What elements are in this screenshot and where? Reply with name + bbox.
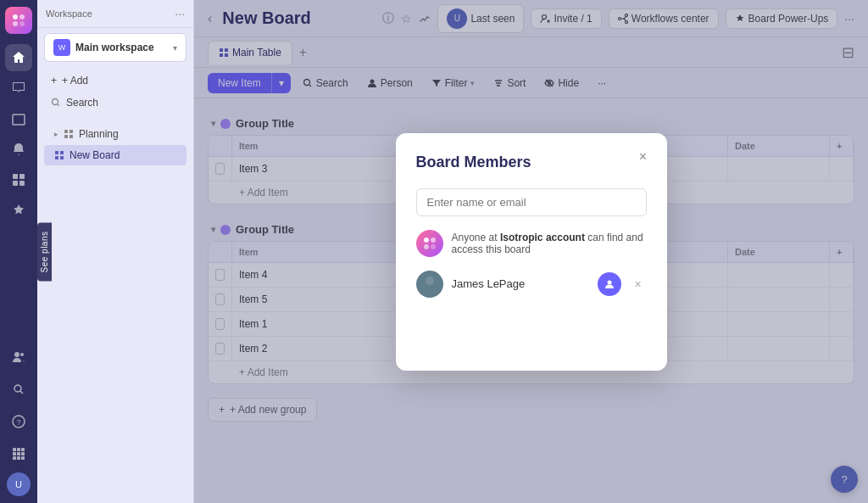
modal-overlay[interactable]: Board Members × Anyone at Isotropic acco…	[194, 0, 868, 503]
svg-point-10	[20, 353, 24, 356]
svg-point-45	[424, 244, 429, 249]
svg-rect-18	[17, 452, 20, 455]
svg-rect-14	[13, 448, 16, 451]
svg-rect-4	[13, 115, 25, 125]
nav-section-boards: ▸ Planning New Board	[37, 123, 193, 166]
app-logo[interactable]	[5, 7, 32, 34]
svg-point-0	[13, 14, 18, 20]
svg-rect-17	[13, 452, 16, 455]
svg-point-1	[19, 14, 25, 20]
modal-access-text: Anyone at Isotropic account can find and…	[452, 232, 647, 255]
svg-rect-30	[55, 156, 58, 159]
board-members-modal: Board Members × Anyone at Isotropic acco…	[396, 133, 667, 371]
main-content: ‹ New Board ⓘ ☆ U Last seen Invite / 1 W…	[194, 0, 868, 503]
svg-rect-26	[64, 135, 68, 138]
svg-rect-5	[13, 174, 18, 179]
member-role-button[interactable]	[598, 272, 621, 296]
svg-point-23	[53, 99, 58, 105]
planning-grid-icon	[64, 129, 74, 139]
svg-rect-7	[13, 181, 18, 186]
svg-point-47	[426, 277, 434, 285]
planning-chevron-icon: ▸	[54, 130, 58, 138]
projects-icon-btn[interactable]	[5, 166, 32, 193]
planning-label: Planning	[79, 128, 119, 140]
svg-point-43	[424, 238, 429, 243]
svg-rect-8	[19, 181, 25, 186]
workspace-icon: W	[53, 39, 70, 56]
add-icon: +	[51, 75, 57, 87]
svg-rect-31	[60, 156, 64, 159]
inbox-icon-btn[interactable]	[5, 75, 32, 102]
modal-member-row: James LePage ×	[416, 271, 647, 298]
new-board-grid-icon	[54, 150, 64, 160]
svg-rect-24	[64, 130, 68, 133]
svg-rect-29	[60, 151, 64, 154]
svg-rect-25	[70, 130, 73, 133]
member-avatar	[416, 271, 443, 298]
nav-item-new-board[interactable]: New Board	[44, 145, 186, 165]
add-action[interactable]: + + Add	[44, 70, 186, 91]
add-label: + Add	[62, 75, 88, 87]
svg-rect-16	[21, 448, 25, 451]
nav-actions: + + Add Search	[37, 67, 193, 116]
see-plans-tab[interactable]: See plans	[37, 222, 52, 281]
people-icon-btn[interactable]	[5, 344, 32, 371]
svg-rect-21	[17, 456, 20, 460]
modal-close-button[interactable]: ×	[633, 147, 654, 167]
svg-rect-15	[17, 448, 20, 451]
modal-access-row: Anyone at Isotropic account can find and…	[416, 230, 647, 257]
member-remove-button[interactable]: ×	[630, 276, 647, 293]
search-icon-btn[interactable]	[5, 376, 32, 403]
workspace-header: Workspace ···	[37, 0, 193, 28]
nav-panel: Workspace ··· W Main workspace ▾ + + Add…	[37, 0, 194, 503]
svg-rect-27	[70, 135, 73, 138]
svg-rect-28	[55, 151, 58, 154]
icon-sidebar: ? U See plans	[0, 0, 37, 503]
user-avatar-bottom[interactable]: U	[7, 472, 31, 496]
search-nav-icon	[51, 98, 61, 108]
svg-text:?: ?	[16, 418, 20, 427]
svg-point-48	[607, 280, 611, 284]
search-label: Search	[66, 97, 98, 109]
svg-point-11	[14, 385, 21, 392]
favorites-icon-btn[interactable]	[5, 197, 32, 224]
workspace-name: Main workspace	[75, 42, 168, 53]
svg-rect-22	[21, 456, 25, 460]
svg-rect-19	[21, 452, 25, 455]
svg-point-2	[13, 21, 18, 26]
svg-point-9	[14, 352, 19, 357]
help-icon-btn[interactable]: ?	[5, 408, 32, 435]
new-board-label: New Board	[70, 149, 120, 161]
workspace-more-icon[interactable]: ···	[175, 7, 185, 20]
member-search-input[interactable]	[416, 188, 647, 216]
workspace-selector[interactable]: W Main workspace ▾	[44, 33, 186, 62]
svg-point-46	[431, 244, 436, 249]
calendar-icon-btn[interactable]	[5, 105, 32, 132]
svg-point-3	[19, 21, 25, 26]
workspace-chevron-icon: ▾	[173, 43, 177, 53]
notification-icon-btn[interactable]	[5, 136, 32, 163]
svg-rect-6	[19, 174, 25, 179]
nav-item-planning[interactable]: ▸ Planning	[44, 124, 186, 144]
apps-icon-btn[interactable]	[5, 440, 32, 467]
home-icon-btn[interactable]	[5, 44, 32, 71]
svg-point-44	[431, 238, 436, 243]
modal-title: Board Members	[416, 154, 647, 171]
svg-rect-20	[13, 456, 16, 460]
member-name: James LePage	[452, 277, 589, 290]
workspace-label: Workspace	[46, 8, 92, 19]
modal-access-icon	[416, 230, 443, 257]
search-action[interactable]: Search	[44, 92, 186, 113]
